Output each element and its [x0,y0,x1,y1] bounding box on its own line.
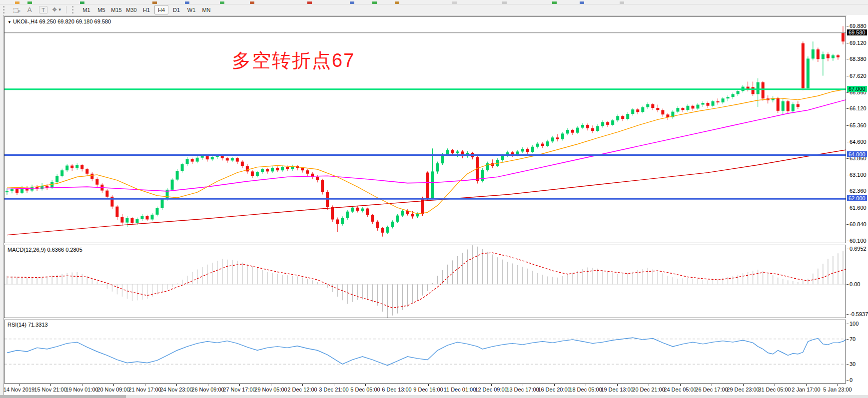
main-chart-panel[interactable]: ▼UKOil-,H4 69.250 69.820 69.180 69.580 多… [4,16,846,243]
timeframe-button-h4[interactable]: H4 [154,5,168,14]
time-label: 18 Dec 05:00 [569,387,602,393]
time-label: 6 Dec 13:00 [382,387,411,393]
timeframe-button-m5[interactable]: M5 [94,5,108,14]
cursor-grid-icon[interactable]: ⬚F [10,5,22,14]
axis-tick [847,26,849,26]
price-tick-label: 65.360 [850,122,867,128]
clipped-icon [250,1,254,4]
time-axis[interactable]: 14 Nov 201915 Nov 21:0019 Nov 01:0020 No… [4,384,846,395]
level-price-box: 62.000 [847,195,867,201]
time-tick [302,384,303,386]
rsi-tick-label: 70 [850,336,856,342]
time-tick [334,384,334,386]
time-label: 13 Dec 17:00 [506,387,539,393]
text-box-icon[interactable]: T [39,6,47,13]
time-label: 16 Dec 20:00 [538,387,570,393]
macd-panel[interactable]: MACD(12,26,9) 0.6366 0.2805 [4,245,846,318]
timeframe-button-m1[interactable]: M1 [79,5,93,14]
rsi-panel[interactable]: RSI(14) 71.3313 [4,320,846,384]
axis-tick [847,364,849,365]
price-tick-label: 69.880 [850,23,867,29]
toolbar-grip[interactable] [72,6,77,13]
rsi-tick-label: 100 [850,321,859,327]
timeframe-button-m15[interactable]: M15 [109,5,123,14]
time-tick [19,384,19,386]
clipped-icon [152,1,157,4]
clipped-icon [620,1,624,4]
horizontal-scrollbar[interactable] [0,395,868,398]
scrollbar-thumb[interactable] [0,395,126,398]
time-tick [208,384,208,386]
chart-toolbar: ⬚F A T ✥▼ M1M5M15M30H1H4D1W1MN [0,4,868,15]
rsi-tick-label: 30 [850,361,856,367]
axis-tick [847,224,849,225]
macd-chart-surface[interactable] [4,245,846,318]
time-tick [365,384,366,386]
timeframe-button-d1[interactable]: D1 [169,5,183,14]
axis-tick [847,284,849,285]
time-tick [743,384,744,386]
price-axis[interactable]: 69.88069.12068.38067.62066.86066.12065.3… [847,15,868,395]
clipped-icon [15,1,19,4]
time-tick [806,384,807,386]
time-label: 14 Nov 2019 [3,387,34,393]
axis-tick [847,158,849,159]
time-tick [712,384,712,386]
toolbar-separator [66,6,66,13]
time-tick [554,384,555,386]
time-label: 29 Dec 23:00 [727,387,759,393]
rsi-chart-surface[interactable] [4,320,846,383]
time-label: 15 Nov 21:00 [34,387,66,393]
clipped-icon [185,1,189,4]
time-label: 21 Nov 17:00 [128,387,161,393]
time-tick [586,384,586,386]
time-label: 19 Dec 13:00 [601,387,633,393]
clipped-icon [372,1,377,4]
time-label: 19 Nov 01:00 [65,387,98,393]
chevron-down-icon[interactable]: ▼ [58,7,62,12]
time-label: 2 Jan 17:00 [792,387,821,393]
time-tick [82,384,82,386]
axis-tick [847,59,849,59]
time-tick [491,384,492,386]
time-label: 24 Nov 23:00 [160,387,192,393]
current-price-box: 69.580 [847,29,867,35]
level-price-box: 67.000 [847,86,867,92]
price-tick-label: 61.600 [850,205,867,211]
axis-tick [847,208,849,208]
timeframe-button-mn[interactable]: MN [199,5,213,14]
candlestick-chart-surface[interactable] [4,17,846,243]
axis-tick [847,241,849,241]
price-tick-label: 68.380 [850,56,867,62]
macd-zero-label: 0.00 [850,281,860,287]
left-gutter[interactable] [0,15,4,398]
axis-tick [847,108,849,109]
time-tick [523,384,523,386]
time-label: 9 Dec 16:00 [413,387,443,393]
time-tick [617,384,618,386]
timeframe-button-w1[interactable]: W1 [184,5,198,14]
toolbar-grip[interactable] [3,6,8,13]
axis-tick [847,175,849,175]
arrow-style-icon[interactable]: ✥▼ [51,5,63,14]
clipped-icon [220,1,224,4]
chart-annotation: 多空转折点67 [232,48,355,73]
time-label: 31 Dec 05:00 [758,387,791,393]
price-tick-label: 69.120 [850,40,867,46]
time-tick [145,384,145,386]
time-label: 5 Dec 05:00 [350,387,380,393]
time-label: 26 Dec 17:00 [695,387,728,393]
price-tick-label: 60.840 [850,221,867,227]
axis-tick [847,249,849,249]
price-tick-label: 64.600 [850,139,867,145]
timeframe-button-h1[interactable]: H1 [139,5,153,14]
clipped-icon [452,1,457,4]
timeframe-button-m30[interactable]: M30 [124,5,138,14]
symbol-dropdown-icon[interactable]: ▼ [7,20,11,24]
time-tick [838,384,838,386]
price-tick-label: 66.120 [850,105,867,111]
clipped-toolbar-row [0,0,868,4]
macd-max-label: 0.6952 [850,246,867,252]
time-tick [271,384,271,386]
text-label-icon[interactable]: A [23,5,35,14]
